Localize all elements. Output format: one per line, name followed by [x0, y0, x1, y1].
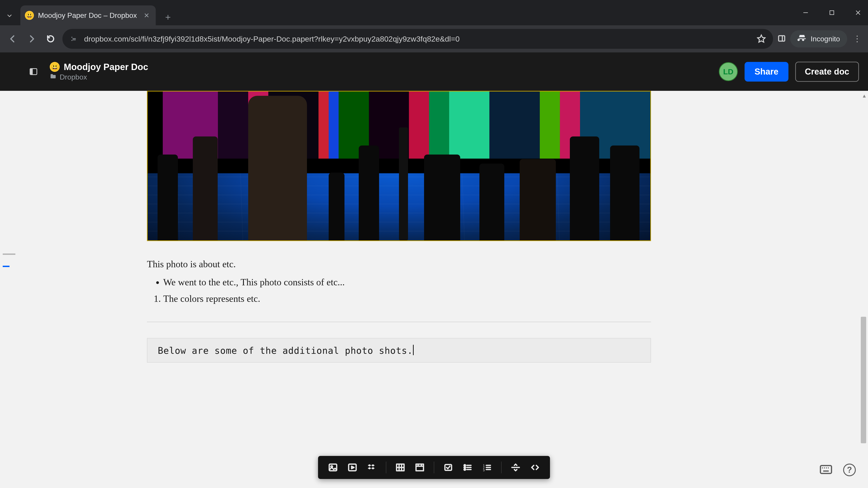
- insert-bulleted-list-button[interactable]: [459, 460, 476, 475]
- folder-icon: [50, 73, 57, 82]
- svg-rect-1: [830, 11, 834, 15]
- browser-titlebar: 😃 Moodjoy Paper Doc – Dropbox ✕ ＋: [0, 0, 868, 25]
- site-info-icon[interactable]: [70, 34, 79, 43]
- address-bar[interactable]: dropbox.com/scl/fi/n3zfj9fyi392l1d8x5ist…: [62, 29, 773, 49]
- insert-video-button[interactable]: [344, 460, 361, 475]
- toolbar-separator: [501, 462, 502, 473]
- scrollbar-thumb[interactable]: [861, 317, 866, 443]
- bottom-right-tools: ?: [819, 464, 856, 476]
- share-button[interactable]: Share: [745, 62, 788, 82]
- tab-search-dropdown[interactable]: [3, 9, 16, 22]
- numbered-list[interactable]: The colors represents etc.: [147, 292, 651, 306]
- outline-marker-active[interactable]: [3, 266, 9, 267]
- svg-point-25: [464, 467, 466, 468]
- tab-favicon: 😃: [25, 11, 34, 20]
- user-avatar[interactable]: LD: [719, 62, 738, 81]
- incognito-icon: [798, 33, 807, 44]
- sidebar-toggle-button[interactable]: [27, 65, 40, 78]
- window-close-button[interactable]: [851, 6, 865, 20]
- toolbar-separator: [386, 462, 386, 473]
- document-canvas[interactable]: This photo is about etc. We went to the …: [0, 91, 868, 488]
- breadcrumb-label: Dropbox: [60, 73, 87, 81]
- insert-code-button[interactable]: [526, 460, 544, 475]
- insert-numbered-list-button[interactable]: 123: [478, 460, 496, 475]
- embedded-image[interactable]: [147, 91, 651, 241]
- insert-image-button[interactable]: [324, 460, 342, 475]
- svg-rect-7: [779, 36, 785, 41]
- keyboard-shortcuts-icon[interactable]: [819, 464, 832, 475]
- code-block[interactable]: Below are some of the additional photo s…: [147, 338, 651, 363]
- insert-dropbox-button[interactable]: [363, 460, 380, 475]
- vertical-scrollbar[interactable]: ▴: [861, 91, 867, 488]
- browser-tab-active[interactable]: 😃 Moodjoy Paper Doc – Dropbox ✕: [20, 5, 156, 25]
- svg-rect-37: [820, 466, 832, 474]
- new-tab-button[interactable]: ＋: [161, 10, 175, 24]
- breadcrumb[interactable]: Dropbox: [50, 73, 148, 82]
- nav-reload-button[interactable]: [43, 32, 58, 46]
- insert-divider-button[interactable]: [507, 460, 524, 475]
- tab-close-icon[interactable]: ✕: [144, 11, 149, 20]
- outline-marker[interactable]: [3, 254, 16, 255]
- window-maximize-button[interactable]: [825, 6, 839, 20]
- svg-point-4: [71, 37, 72, 38]
- insert-timeline-button[interactable]: [411, 460, 428, 475]
- horizontal-rule: [147, 322, 651, 322]
- window-minimize-button[interactable]: [799, 6, 812, 20]
- svg-text:3: 3: [483, 468, 485, 472]
- document-column: This photo is about etc. We went to the …: [147, 91, 651, 363]
- code-text: Below are some of the additional photo s…: [158, 346, 413, 356]
- svg-point-24: [464, 465, 466, 466]
- document-meta: 😃 Moodjoy Paper Doc Dropbox: [50, 62, 148, 82]
- bulleted-list[interactable]: We went to the etc., This photo consists…: [147, 275, 651, 289]
- toolbar-separator: [434, 462, 434, 473]
- list-item[interactable]: The colors represents etc.: [163, 292, 651, 306]
- nav-forward-button[interactable]: [24, 32, 39, 46]
- svg-point-5: [71, 40, 72, 41]
- svg-point-26: [464, 469, 466, 470]
- svg-marker-6: [757, 35, 765, 42]
- incognito-label: Incognito: [811, 35, 840, 43]
- outline-rail: [3, 254, 16, 267]
- side-panel-icon[interactable]: [778, 34, 786, 43]
- address-url: dropbox.com/scl/fi/n3zfj9fyi392l1d8x5ist…: [84, 35, 460, 43]
- create-doc-button[interactable]: Create doc: [795, 62, 859, 82]
- paper-app-header: 😃 Moodjoy Paper Doc Dropbox LD Share Cre…: [0, 53, 868, 91]
- paragraph-caption[interactable]: This photo is about etc.: [147, 257, 651, 271]
- svg-rect-19: [416, 464, 424, 470]
- browser-menu-button[interactable]: ⋮: [852, 33, 863, 44]
- doc-emoji-icon: 😃: [50, 62, 60, 72]
- svg-rect-11: [329, 464, 337, 470]
- incognito-indicator[interactable]: Incognito: [790, 30, 847, 47]
- insert-checklist-button[interactable]: [440, 460, 457, 475]
- text-caret: [413, 345, 414, 355]
- svg-rect-10: [30, 69, 33, 75]
- document-title[interactable]: Moodjoy Paper Doc: [64, 62, 148, 72]
- scroll-up-arrow-icon[interactable]: ▴: [863, 92, 866, 99]
- insert-table-button[interactable]: [392, 460, 409, 475]
- tab-strip: 😃 Moodjoy Paper Doc – Dropbox ✕ ＋: [0, 0, 175, 25]
- list-item[interactable]: We went to the etc., This photo consists…: [163, 275, 651, 289]
- insert-toolbar: 123: [318, 456, 550, 479]
- tab-title: Moodjoy Paper Doc – Dropbox: [38, 11, 137, 20]
- nav-back-button[interactable]: [5, 32, 20, 46]
- help-icon[interactable]: ?: [843, 464, 856, 476]
- window-controls: [799, 4, 868, 22]
- browser-toolbar: dropbox.com/scl/fi/n3zfj9fyi392l1d8x5ist…: [0, 25, 868, 53]
- svg-marker-14: [351, 466, 354, 469]
- bookmark-star-icon[interactable]: [757, 34, 766, 44]
